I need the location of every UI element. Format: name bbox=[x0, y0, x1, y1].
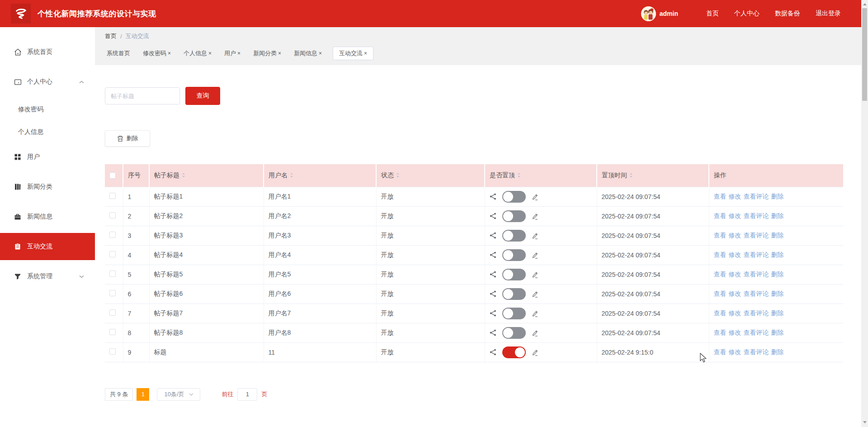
action-view-comments-link[interactable]: 查看评论 bbox=[744, 329, 769, 336]
action-delete-link[interactable]: 删除 bbox=[771, 329, 784, 336]
row-checkbox[interactable] bbox=[109, 232, 116, 238]
close-icon[interactable]: × bbox=[319, 50, 322, 57]
row-checkbox[interactable] bbox=[109, 251, 116, 257]
action-view-link[interactable]: 查看 bbox=[714, 270, 726, 278]
close-icon[interactable]: × bbox=[364, 50, 367, 57]
share-icon[interactable] bbox=[490, 290, 496, 297]
action-view-comments-link[interactable]: 查看评论 bbox=[744, 193, 769, 200]
scroll-up-icon[interactable] bbox=[861, 1, 868, 8]
action-view-comments-link[interactable]: 查看评论 bbox=[744, 212, 769, 219]
action-edit-link[interactable]: 修改 bbox=[729, 329, 741, 336]
column-header-pinned[interactable]: 是否置顶 bbox=[485, 164, 597, 187]
action-edit-link[interactable]: 修改 bbox=[729, 270, 741, 278]
nav-link-home[interactable]: 首页 bbox=[706, 9, 719, 18]
pin-toggle[interactable] bbox=[502, 269, 526, 280]
sidebar-item-personal-center[interactable]: 个人中心 bbox=[0, 68, 95, 95]
action-delete-link[interactable]: 删除 bbox=[771, 193, 784, 200]
tab-system-home[interactable]: 系统首页 bbox=[105, 47, 132, 60]
share-icon[interactable] bbox=[490, 232, 496, 239]
action-view-comments-link[interactable]: 查看评论 bbox=[744, 251, 769, 258]
sidebar-item-system-home[interactable]: 系统首页 bbox=[0, 38, 95, 66]
share-icon[interactable] bbox=[490, 271, 496, 278]
action-view-link[interactable]: 查看 bbox=[714, 290, 726, 297]
page-1-button[interactable]: 1 bbox=[137, 388, 149, 401]
pin-toggle[interactable] bbox=[502, 288, 526, 300]
edit-pen-icon[interactable] bbox=[532, 193, 538, 200]
tab-users[interactable]: 用户× bbox=[222, 47, 242, 60]
sidebar-item-system-manage[interactable]: 系统管理 bbox=[0, 263, 95, 290]
sidebar-item-news-info[interactable]: 新闻信息 bbox=[0, 203, 95, 230]
sidebar-subitem-personal-info[interactable]: 个人信息 bbox=[0, 121, 95, 143]
pin-toggle[interactable] bbox=[502, 308, 526, 319]
row-checkbox[interactable] bbox=[109, 270, 116, 277]
edit-pen-icon[interactable] bbox=[532, 271, 538, 278]
vertical-scrollbar[interactable] bbox=[861, 0, 868, 427]
nav-link-personal-center[interactable]: 个人中心 bbox=[734, 9, 760, 18]
action-delete-link[interactable]: 删除 bbox=[771, 270, 784, 278]
share-icon[interactable] bbox=[490, 329, 496, 336]
post-title-search-input[interactable] bbox=[105, 87, 180, 104]
share-icon[interactable] bbox=[490, 251, 496, 258]
sidebar-subitem-change-password[interactable]: 修改密码 bbox=[0, 98, 95, 121]
action-view-comments-link[interactable]: 查看评论 bbox=[744, 232, 769, 239]
action-view-comments-link[interactable]: 查看评论 bbox=[744, 270, 769, 278]
scrollbar-thumb[interactable] bbox=[862, 8, 867, 101]
pin-toggle[interactable] bbox=[502, 191, 526, 203]
action-view-comments-link[interactable]: 查看评论 bbox=[744, 290, 769, 297]
action-edit-link[interactable]: 修改 bbox=[729, 348, 741, 356]
action-delete-link[interactable]: 删除 bbox=[771, 251, 784, 258]
action-view-link[interactable]: 查看 bbox=[714, 329, 726, 336]
share-icon[interactable] bbox=[490, 193, 496, 200]
action-edit-link[interactable]: 修改 bbox=[729, 251, 741, 258]
tab-interaction[interactable]: 互动交流× bbox=[333, 47, 373, 60]
close-icon[interactable]: × bbox=[237, 50, 241, 57]
pin-toggle[interactable] bbox=[502, 249, 526, 261]
edit-pen-icon[interactable] bbox=[532, 251, 538, 259]
share-icon[interactable] bbox=[490, 213, 496, 219]
sidebar-item-interaction[interactable]: 互动交流 bbox=[0, 233, 95, 260]
column-header-user[interactable]: 用户名 bbox=[264, 164, 376, 187]
scroll-down-icon[interactable] bbox=[861, 419, 868, 426]
sort-carets-icon[interactable] bbox=[517, 172, 521, 178]
close-icon[interactable]: × bbox=[278, 50, 281, 57]
breadcrumb-home-link[interactable]: 首页 bbox=[105, 32, 117, 40]
action-view-link[interactable]: 查看 bbox=[714, 193, 726, 200]
column-header-pin_time[interactable]: 置顶时间 bbox=[597, 164, 709, 187]
nav-link-data-backup[interactable]: 数据备份 bbox=[775, 9, 800, 18]
action-delete-link[interactable]: 删除 bbox=[771, 348, 784, 356]
action-edit-link[interactable]: 修改 bbox=[729, 212, 741, 219]
action-delete-link[interactable]: 删除 bbox=[771, 309, 784, 317]
close-icon[interactable]: × bbox=[168, 50, 171, 57]
bulk-delete-button[interactable]: 删除 bbox=[105, 130, 150, 147]
sidebar-item-users[interactable]: 用户 bbox=[0, 143, 95, 171]
column-header-status[interactable]: 状态 bbox=[376, 164, 485, 187]
action-view-comments-link[interactable]: 查看评论 bbox=[744, 348, 769, 356]
edit-pen-icon[interactable] bbox=[532, 329, 538, 337]
column-header-title[interactable]: 帖子标题 bbox=[149, 164, 264, 187]
action-view-link[interactable]: 查看 bbox=[714, 232, 726, 239]
sort-carets-icon[interactable] bbox=[396, 172, 400, 178]
action-delete-link[interactable]: 删除 bbox=[771, 290, 784, 297]
sort-carets-icon[interactable] bbox=[289, 172, 294, 178]
pin-toggle[interactable] bbox=[502, 210, 526, 222]
nav-link-logout[interactable]: 退出登录 bbox=[816, 9, 841, 18]
pin-toggle[interactable] bbox=[502, 346, 526, 358]
edit-pen-icon[interactable] bbox=[532, 232, 538, 239]
avatar[interactable] bbox=[641, 6, 656, 21]
share-icon[interactable] bbox=[490, 349, 496, 356]
row-checkbox[interactable] bbox=[109, 212, 116, 218]
row-checkbox[interactable] bbox=[109, 329, 116, 335]
action-delete-link[interactable]: 删除 bbox=[771, 212, 784, 219]
tab-personal-info[interactable]: 个人信息× bbox=[182, 47, 213, 60]
close-icon[interactable]: × bbox=[208, 50, 212, 57]
action-delete-link[interactable]: 删除 bbox=[771, 232, 784, 239]
action-view-link[interactable]: 查看 bbox=[714, 309, 726, 317]
pin-toggle[interactable] bbox=[502, 327, 526, 339]
row-checkbox[interactable] bbox=[109, 348, 116, 355]
goto-page-input[interactable] bbox=[237, 388, 257, 401]
page-size-select[interactable]: 10条/页 bbox=[157, 388, 200, 401]
row-checkbox[interactable] bbox=[109, 193, 116, 199]
pin-toggle[interactable] bbox=[502, 230, 526, 242]
row-checkbox[interactable] bbox=[109, 309, 116, 316]
sidebar-item-news-category[interactable]: 新闻分类 bbox=[0, 173, 95, 200]
